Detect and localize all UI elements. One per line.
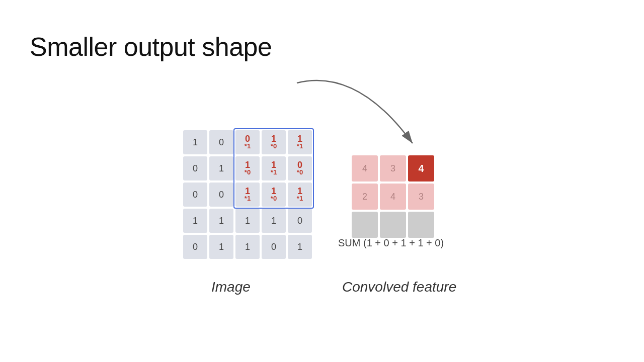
image-cell: 1 — [209, 235, 233, 259]
page-title: Smaller output shape — [30, 32, 272, 62]
image-cell: 1 — [235, 235, 260, 259]
feature-label: Convolved feature — [342, 279, 456, 295]
image-cell: 1*1 — [288, 130, 312, 154]
image-cell: 1*0 — [262, 130, 286, 154]
image-cell: 0 — [183, 156, 207, 180]
image-cell: 1*1 — [235, 183, 260, 207]
sum-label: SUM (1 + 0 + 1 + 1 + 0) — [338, 237, 444, 249]
image-cell: 0 — [288, 209, 312, 233]
feature-grid: 434243 — [350, 153, 436, 240]
image-cell: 1 — [262, 209, 286, 233]
image-label: Image — [211, 279, 251, 295]
feature-cell: 4 — [352, 155, 378, 182]
image-cell: 1 — [209, 156, 233, 180]
image-cell: 1 — [183, 130, 207, 154]
image-cell: 1 — [235, 209, 260, 233]
feature-cell — [380, 212, 406, 238]
image-cell: 0*0 — [288, 156, 312, 180]
image-cell: 1*0 — [262, 183, 286, 207]
image-cell: 1 — [209, 209, 233, 233]
image-cell: 0 — [209, 183, 233, 207]
feature-cell — [408, 212, 434, 238]
feature-cell: 3 — [408, 184, 434, 210]
image-grid: 100*11*01*1011*01*10*0001*11*01*11111001… — [181, 128, 314, 261]
image-cell: 1 — [183, 209, 207, 233]
image-cell: 1*1 — [288, 183, 312, 207]
feature-cell — [352, 212, 378, 238]
feature-cell: 3 — [380, 155, 406, 182]
feature-cell: 4 — [408, 155, 434, 182]
feature-cell: 2 — [352, 184, 378, 210]
image-cell: 0 — [183, 183, 207, 207]
image-cell: 0*1 — [235, 130, 260, 154]
image-cell: 0 — [183, 235, 207, 259]
image-cell: 0 — [209, 130, 233, 154]
feature-cell: 4 — [380, 184, 406, 210]
image-cell: 1*0 — [235, 156, 260, 180]
image-cell: 1*1 — [262, 156, 286, 180]
image-cell: 1 — [288, 235, 312, 259]
image-cell: 0 — [262, 235, 286, 259]
